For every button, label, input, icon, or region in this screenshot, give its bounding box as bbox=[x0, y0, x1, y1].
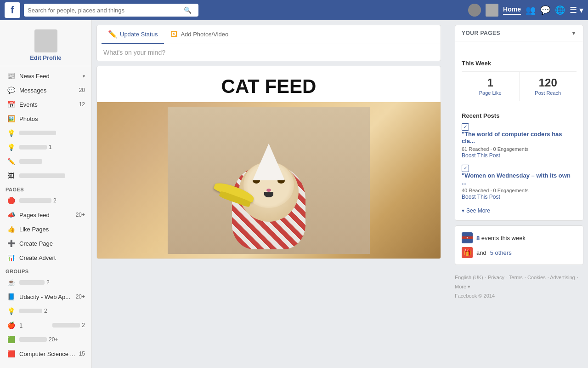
sidebar-item-placeholder-3[interactable]: ✏️ bbox=[2, 155, 90, 168]
events-text: 8 events this week bbox=[476, 235, 526, 242]
footer-link-privacy[interactable]: Privacy bbox=[488, 275, 504, 280]
see-more-label: See More bbox=[466, 207, 490, 214]
search-input[interactable] bbox=[28, 7, 184, 14]
events-count: 8 bbox=[476, 235, 480, 242]
sidebar-item-news-feed[interactable]: 📰 News Feed ▾ bbox=[2, 69, 90, 83]
recent-posts-label: Recent Posts bbox=[462, 112, 577, 119]
messages-icon[interactable]: 💬 bbox=[540, 5, 550, 15]
group-cs-icon: 🟥 bbox=[6, 349, 16, 358]
globe-icon[interactable]: 🌐 bbox=[555, 5, 565, 15]
update-status-label: Update Status bbox=[120, 31, 158, 38]
groups-section-label: GROUPS bbox=[0, 265, 91, 275]
like-pages-label: Like Pages bbox=[19, 226, 85, 233]
tab-add-photos[interactable]: 🖼 Add Photos/Video bbox=[164, 25, 235, 44]
update-status-icon: ✏️ bbox=[108, 30, 117, 39]
udacity-icon: 📘 bbox=[6, 292, 16, 301]
group-1-bar bbox=[19, 280, 45, 285]
lightbulb-icon-1: 💡 bbox=[6, 128, 16, 138]
boost-post-2-link[interactable]: Boost This Post bbox=[462, 194, 577, 200]
sidebar-item-like-pages[interactable]: 👍 Like Pages bbox=[2, 222, 90, 236]
pages-feed-icon: 📣 bbox=[6, 210, 16, 219]
sidebar-item-pages-feed[interactable]: 📣 Pages feed 20+ bbox=[2, 208, 90, 222]
footer-link-cookies[interactable]: Cookies bbox=[527, 275, 546, 280]
events-panel: 7 8 events this week 🎁 and 5 others bbox=[455, 225, 583, 265]
gift-icon: 🎁 bbox=[462, 247, 473, 258]
recent-post-1-link[interactable]: "The world of computer coders has cla... bbox=[462, 131, 577, 144]
feed-post: CAT FEED bbox=[96, 66, 441, 259]
tab-update-status[interactable]: ✏️ Update Status bbox=[102, 25, 164, 44]
see-more-button[interactable]: ▾ See More bbox=[462, 206, 490, 216]
header-nav-right: Home 👥 💬 🌐 ☰ ▾ bbox=[468, 4, 583, 17]
footer-link-english[interactable]: English (UK) bbox=[455, 275, 483, 280]
page-like-stat: 1 Page Like bbox=[462, 72, 520, 101]
sidebar-item-pages-1[interactable]: 🔴 2 bbox=[2, 194, 90, 207]
sidebar-item-create-page[interactable]: ➕ Create Page bbox=[2, 236, 90, 250]
post-box-tabs: ✏️ Update Status 🖼 Add Photos/Video bbox=[97, 25, 441, 44]
avatar[interactable] bbox=[468, 4, 481, 17]
edit-profile-button[interactable]: Edit Profile bbox=[30, 54, 62, 61]
sidebar-item-group-5[interactable]: 🟩 20+ bbox=[2, 333, 90, 346]
your-pages-header: YOUR PAGES ▼ bbox=[455, 25, 583, 41]
menu-icon[interactable]: ☰ ▾ bbox=[570, 5, 583, 15]
friends-icon[interactable]: 👥 bbox=[526, 5, 536, 15]
news-feed-icon: 📰 bbox=[6, 71, 16, 80]
sidebar-item-group-3[interactable]: 💡 2 bbox=[2, 304, 90, 318]
messages-label: Messages bbox=[19, 87, 77, 94]
sidebar-item-group-cs[interactable]: 🟥 Computer Science ... 15 bbox=[2, 347, 90, 361]
recent-post-1-meta: 61 Reached · 0 Engagements bbox=[462, 146, 529, 152]
post-reach-stat: 120 Post Reach bbox=[520, 72, 577, 101]
page-like-label: Page Like bbox=[479, 90, 502, 96]
sidebar-item-placeholder-2[interactable]: 💡 1 bbox=[2, 140, 90, 154]
sidebar-item-photos[interactable]: 🖼️ Photos bbox=[2, 112, 90, 126]
recent-post-2-link[interactable]: "Women on Wednesday – with its own ... bbox=[462, 172, 577, 186]
expand-icon[interactable]: ▼ bbox=[571, 30, 577, 36]
messages-count: 20 bbox=[79, 87, 85, 93]
your-pages-panel: YOUR PAGES ▼ This Week 1 Page Like 120 P… bbox=[455, 25, 583, 221]
sidebar-item-group-1[interactable]: ☕ 2 bbox=[2, 276, 90, 289]
post-reach-label: Post Reach bbox=[535, 90, 561, 96]
create-page-label: Create Page bbox=[19, 240, 85, 247]
pages-feed-label: Pages feed bbox=[19, 212, 74, 218]
footer-link-terms[interactable]: Terms bbox=[509, 275, 523, 280]
sidebar-item-group-udacity[interactable]: 📘 Udacity - Web Ap... 20+ bbox=[2, 290, 90, 304]
footer-link-advertising[interactable]: Advertising bbox=[550, 275, 575, 280]
search-bar[interactable]: 🔍 bbox=[24, 4, 198, 17]
add-photos-label: Add Photos/Video bbox=[181, 31, 228, 38]
recent-posts-section: Recent Posts ✓ "The world of computer co… bbox=[455, 112, 583, 220]
sidebar-item-placeholder-4[interactable]: 🖼 bbox=[2, 169, 90, 183]
profile-avatar bbox=[34, 29, 57, 52]
boost-post-1-link[interactable]: Boost This Post bbox=[462, 152, 577, 159]
sidebar-item-messages[interactable]: 💬 Messages 20 bbox=[2, 83, 90, 97]
create-advert-icon: 📊 bbox=[6, 253, 16, 262]
group-4-bar bbox=[52, 323, 80, 328]
footer-link-more[interactable]: More ▾ bbox=[455, 284, 470, 289]
sidebar-item-group-4[interactable]: 🍎 1 2 bbox=[2, 318, 90, 332]
footer-copyright: Facebook © 2014 bbox=[455, 292, 583, 301]
udacity-label: Udacity - Web Ap... bbox=[19, 293, 74, 300]
lightbulb-icon-2: 💡 bbox=[6, 143, 16, 152]
sidebar-item-create-advert[interactable]: 📊 Create Advert bbox=[2, 251, 90, 264]
group-1-icon: ☕ bbox=[6, 278, 16, 287]
sidebar-item-events[interactable]: 📅 Events 12 bbox=[2, 98, 90, 111]
post-box: ✏️ Update Status 🖼 Add Photos/Video What… bbox=[96, 25, 441, 61]
sidebar-item-placeholder-1[interactable]: 💡 bbox=[2, 126, 90, 140]
post-input-area[interactable]: What's on your mind? bbox=[97, 44, 441, 61]
create-advert-label: Create Advert bbox=[19, 254, 85, 261]
create-page-icon: ➕ bbox=[6, 239, 16, 248]
photos-label: Photos bbox=[19, 115, 85, 122]
group-5-icon: 🟩 bbox=[6, 335, 16, 344]
week-stats: 1 Page Like 120 Post Reach bbox=[462, 71, 577, 101]
placeholder-bar-2 bbox=[19, 145, 47, 150]
group-cs-label: Computer Science ... bbox=[19, 351, 77, 357]
others-link[interactable]: 5 others bbox=[490, 249, 512, 256]
group-5-count: 20+ bbox=[49, 336, 58, 343]
post-reach-count: 120 bbox=[520, 76, 577, 89]
recent-post-item: ✓ "The world of computer coders has cla.… bbox=[462, 123, 577, 159]
search-icon: 🔍 bbox=[184, 6, 192, 14]
home-link[interactable]: Home bbox=[503, 6, 521, 15]
photo-thumb-icon: 🖼 bbox=[6, 171, 16, 180]
pages-item-1-bar bbox=[19, 198, 51, 203]
calendar-icon: 7 bbox=[462, 232, 473, 243]
group-5-bar bbox=[19, 337, 47, 342]
sidebar-right: YOUR PAGES ▼ This Week 1 Page Like 120 P… bbox=[450, 20, 588, 368]
